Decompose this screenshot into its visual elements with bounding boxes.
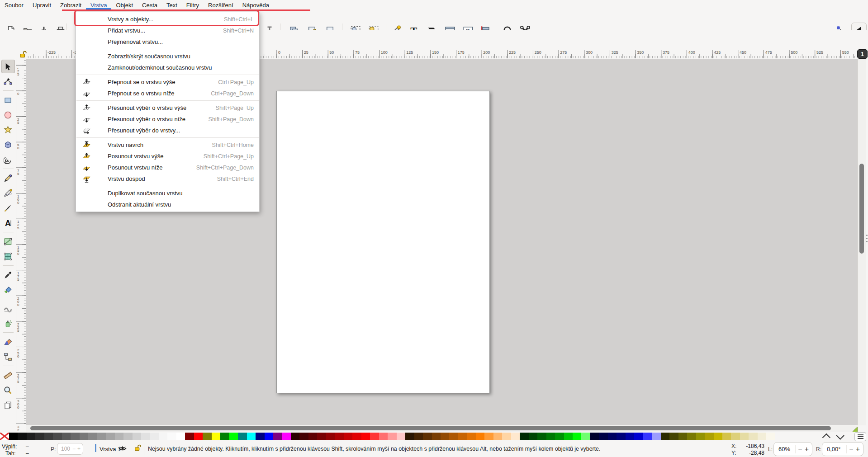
color-swatch[interactable] bbox=[511, 433, 520, 440]
color-swatch[interactable] bbox=[643, 433, 652, 440]
current-layer-name[interactable]: Vrstva 1 bbox=[100, 446, 121, 452]
color-swatch[interactable] bbox=[458, 433, 467, 440]
color-swatch[interactable] bbox=[133, 433, 141, 440]
pencil-tool[interactable] bbox=[1, 171, 15, 185]
vertical-ruler[interactable]: - 2 502 55 07 51 0 01 2 51 5 01 7 52 0 0… bbox=[16, 59, 27, 425]
color-swatch[interactable] bbox=[247, 433, 256, 440]
color-swatch[interactable] bbox=[9, 433, 18, 440]
color-swatch[interactable] bbox=[379, 433, 388, 440]
horizontal-scrollbar[interactable] bbox=[26, 425, 858, 432]
color-swatch[interactable] bbox=[71, 433, 79, 440]
color-swatch[interactable] bbox=[203, 433, 211, 440]
horizontal-scrollbar-thumb[interactable] bbox=[30, 426, 831, 430]
color-swatch[interactable] bbox=[344, 433, 352, 440]
color-swatch[interactable] bbox=[493, 433, 502, 440]
color-swatch[interactable] bbox=[397, 433, 405, 440]
color-swatch[interactable] bbox=[159, 433, 167, 440]
color-swatch[interactable] bbox=[115, 433, 123, 440]
color-swatch[interactable] bbox=[581, 433, 590, 440]
pages-tool[interactable] bbox=[1, 398, 15, 412]
color-swatch[interactable] bbox=[352, 433, 361, 440]
color-swatch[interactable] bbox=[520, 433, 528, 440]
color-swatch[interactable] bbox=[35, 433, 44, 440]
color-swatch[interactable] bbox=[608, 433, 617, 440]
menu-item-14[interactable]: Vrstvu dospodShift+Ctrl+End bbox=[76, 173, 259, 184]
page-indicator-button[interactable]: 1 bbox=[857, 49, 868, 59]
box3d-tool[interactable] bbox=[1, 138, 15, 151]
menu-item-1[interactable]: Vrstvy a objekty...Shift+Ctrl+L bbox=[76, 14, 259, 25]
tweak-tool[interactable] bbox=[1, 302, 15, 315]
color-swatch[interactable] bbox=[229, 433, 238, 440]
layer-visibility-eye-icon[interactable] bbox=[119, 444, 127, 452]
color-swatch[interactable] bbox=[265, 433, 273, 440]
menu-item-7[interactable]: Přepnout se o vrstvu nížeCtrl+Page_Down bbox=[76, 88, 259, 99]
palette-scroll-up-icon[interactable] bbox=[822, 433, 830, 441]
color-swatch[interactable] bbox=[212, 433, 220, 440]
menu-item-3[interactable]: Přejmenovat vrstvu... bbox=[76, 36, 259, 47]
color-swatch[interactable] bbox=[634, 433, 643, 440]
fill-value[interactable]: – bbox=[26, 443, 29, 450]
color-swatch[interactable] bbox=[335, 433, 343, 440]
menubar-item-text[interactable]: Text bbox=[162, 1, 182, 9]
menu-item-6[interactable]: Přepnout se o vrstvu výšeCtrl+Page_Up bbox=[76, 76, 259, 88]
dropper-tool[interactable] bbox=[1, 268, 15, 282]
node-tool[interactable] bbox=[1, 75, 15, 88]
menu-item-11[interactable]: Vrstvu navrchShift+Ctrl+Home bbox=[76, 139, 259, 151]
palette-scroll-down-icon[interactable] bbox=[836, 431, 844, 439]
menu-item-4[interactable]: Zobrazit/skrýt současnou vrstvu bbox=[76, 51, 259, 62]
color-swatch[interactable] bbox=[299, 433, 308, 440]
color-swatch[interactable] bbox=[449, 433, 458, 440]
pen-tool[interactable] bbox=[1, 186, 15, 200]
rotation-field[interactable]: 0,00° − + bbox=[822, 442, 863, 456]
color-swatch[interactable] bbox=[194, 433, 203, 440]
color-swatch[interactable] bbox=[256, 433, 264, 440]
color-swatch[interactable] bbox=[467, 433, 475, 440]
color-swatch[interactable] bbox=[405, 433, 414, 440]
color-swatch[interactable] bbox=[370, 433, 379, 440]
vertical-scrollbar-thumb[interactable] bbox=[859, 164, 864, 254]
color-swatch[interactable] bbox=[361, 433, 370, 440]
color-swatch[interactable] bbox=[80, 433, 88, 440]
layer-lock-icon[interactable] bbox=[133, 444, 141, 452]
color-swatch[interactable] bbox=[18, 433, 26, 440]
color-swatch[interactable] bbox=[282, 433, 291, 440]
color-swatch[interactable] bbox=[476, 433, 484, 440]
ellipse-tool[interactable] bbox=[1, 108, 15, 122]
color-swatch[interactable] bbox=[537, 433, 546, 440]
palette-menu-icon[interactable] bbox=[854, 432, 866, 441]
color-swatch[interactable] bbox=[88, 433, 97, 440]
zoom-tool[interactable] bbox=[1, 383, 15, 397]
color-swatch[interactable] bbox=[705, 433, 713, 440]
color-swatch[interactable] bbox=[687, 433, 696, 440]
color-swatch[interactable] bbox=[678, 433, 687, 440]
color-swatch[interactable] bbox=[546, 433, 555, 440]
color-swatch[interactable] bbox=[502, 433, 511, 440]
color-swatch[interactable] bbox=[714, 433, 722, 440]
color-swatch[interactable] bbox=[555, 433, 564, 440]
lock-open-icon[interactable] bbox=[19, 50, 27, 58]
connector-tool[interactable] bbox=[1, 350, 15, 363]
color-swatch[interactable] bbox=[238, 433, 247, 440]
color-swatch[interactable] bbox=[696, 433, 705, 440]
menu-item-12[interactable]: Posunout vrstvu výšeShift+Ctrl+Page_Up bbox=[76, 151, 259, 162]
menubar-item-objekt[interactable]: Objekt bbox=[111, 1, 138, 9]
mesh-tool[interactable] bbox=[1, 250, 15, 263]
menubar-item-cesta[interactable]: Cesta bbox=[138, 1, 162, 9]
color-swatch[interactable] bbox=[62, 433, 71, 440]
color-swatch[interactable] bbox=[414, 433, 423, 440]
menubar-item-rozšíření[interactable]: Rozšíření bbox=[204, 1, 238, 9]
color-swatch[interactable] bbox=[317, 433, 326, 440]
paint-bucket-tool[interactable] bbox=[1, 283, 15, 297]
color-swatch[interactable] bbox=[326, 433, 335, 440]
color-swatch[interactable] bbox=[106, 433, 114, 440]
color-swatch[interactable] bbox=[388, 433, 396, 440]
color-swatch[interactable] bbox=[423, 433, 432, 440]
color-swatch[interactable] bbox=[97, 433, 106, 440]
menubar-item-soubor[interactable]: Soubor bbox=[0, 1, 28, 9]
calligraphy-tool[interactable] bbox=[1, 201, 15, 215]
color-swatch[interactable] bbox=[758, 433, 766, 440]
color-swatch[interactable] bbox=[291, 433, 299, 440]
menubar-item-vrstva[interactable]: Vrstva bbox=[86, 1, 111, 9]
menu-item-8[interactable]: Přesunout výběr o vrstvu výšeShift+Page_… bbox=[76, 102, 259, 113]
menu-item-16[interactable]: Odstranit aktuální vrstvu bbox=[76, 199, 259, 210]
